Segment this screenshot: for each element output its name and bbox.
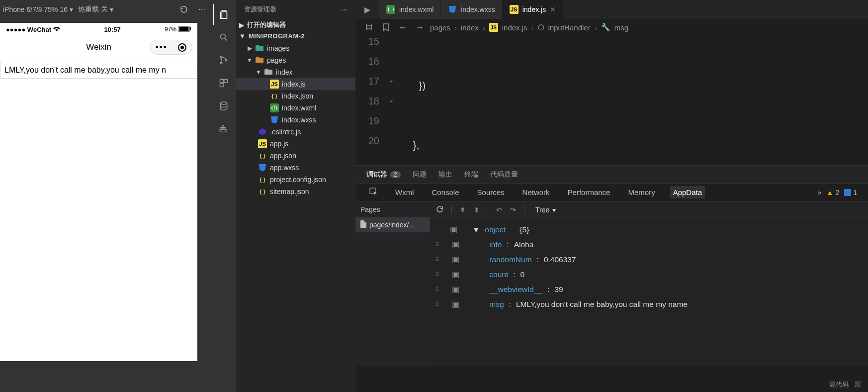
redo-icon[interactable]: ↷ [510, 206, 516, 214]
wxml-file-icon [386, 5, 395, 14]
crumb[interactable]: inputHandler [548, 23, 591, 32]
svg-rect-16 [370, 188, 375, 194]
hotreload-dropdown[interactable]: 热重载 关 ▾ [78, 5, 113, 14]
tree-folder-pages[interactable]: ▼pages [236, 54, 355, 66]
devtab-network[interactable]: Network [520, 186, 553, 198]
json-file-icon: { } [258, 187, 267, 196]
pages-list-item[interactable]: pages/index/... [355, 217, 430, 232]
devtab-sources[interactable]: Sources [474, 186, 508, 198]
tab-js[interactable]: JSindex.js✕ [503, 0, 563, 19]
bookmark-icon[interactable] [379, 21, 392, 34]
wxss-file-icon [258, 163, 267, 172]
file-tree: ▶images ▼pages ▼index JSindex.js { }inde… [236, 41, 355, 198]
tree-file-sitemap[interactable]: { }sitemap.json [236, 186, 355, 197]
tree-file-appwxss[interactable]: app.wxss [236, 162, 355, 174]
editor-tabs: ▶ index.wxml index.wxss JSindex.js✕ [355, 0, 868, 19]
pages-list: Pages pages/index/... [355, 201, 430, 366]
devtab-performance[interactable]: Performance [565, 186, 613, 198]
tree-file-indexwxss[interactable]: index.wxss [236, 114, 355, 126]
overflow-icon[interactable]: » [818, 189, 822, 196]
svg-point-3 [220, 34, 225, 39]
drag-handle-icon[interactable]: ⠿ [435, 286, 440, 293]
compare-icon[interactable] [362, 21, 375, 34]
fold-toggle[interactable]: ⌄ [388, 96, 397, 115]
nav-title: Weixin [86, 42, 111, 52]
panel-tab-quality[interactable]: 代码质量 [490, 170, 518, 179]
appdata-toolbar: ⇞ ⇟ ↶ ↷ Tree▾ [430, 201, 868, 218]
panel-tab-terminal[interactable]: 终端 [464, 170, 478, 179]
info-badge[interactable]: 1 [844, 189, 857, 196]
tree-file-eslintrc[interactable]: .eslintrc.js [236, 126, 355, 138]
drag-handle-icon[interactable]: ⠿ [435, 301, 440, 308]
simulator-column: iPhone 6/7/8 75% 16 ▾ 热重载 关 ▾ ⋯ ●●●●● We… [0, 0, 211, 392]
devtools-tabs: Wxml Console Sources Network Performance… [355, 184, 868, 201]
panel-tab-debugger[interactable]: 调试器2 [366, 170, 401, 179]
tree-file-appjson[interactable]: { }app.json [236, 150, 355, 162]
crumb[interactable]: pages [430, 23, 450, 32]
status-user[interactable]: 宸 [855, 380, 861, 389]
tab-wxss[interactable]: index.wxss [441, 0, 502, 19]
capsule-button[interactable]: ••• [150, 40, 192, 55]
arrow-left-icon[interactable]: ← [396, 21, 409, 34]
tree-file-indexjson[interactable]: { }index.json [236, 90, 355, 102]
fold-column: ⌄ ⌄ [388, 36, 397, 165]
explorer-activity-icon[interactable] [213, 4, 234, 25]
code-editor[interactable]: 151617181920 ⌄ ⌄ }) }, btnTap2(e) { this… [355, 36, 868, 165]
phone-frame: ●●●●● WeChat 10:57 97% Weixin ••• [0, 23, 197, 361]
appdata-tree[interactable]: ▣▼ object {5} ⠿ ▣info : Aloha ⠿ ▣randomN… [430, 218, 868, 366]
drag-handle-icon[interactable]: ⠿ [435, 241, 440, 248]
search-activity-icon[interactable] [213, 27, 234, 48]
refresh-icon[interactable] [177, 3, 190, 16]
status-source[interactable]: 源代码 [829, 380, 849, 389]
fold-toggle[interactable]: ⌄ [388, 76, 397, 96]
git-activity-icon[interactable] [213, 50, 234, 71]
device-label: iPhone 6/7/8 75% 16 [3, 5, 68, 13]
inspect-icon[interactable] [366, 186, 380, 199]
arrow-right-icon[interactable]: → [413, 21, 426, 34]
extensions-activity-icon[interactable] [213, 73, 234, 94]
devtab-memory[interactable]: Memory [625, 186, 658, 198]
drag-handle-icon[interactable]: ⠿ [435, 271, 440, 278]
view-mode-dropdown[interactable]: Tree▾ [535, 206, 556, 214]
panel-tab-problems[interactable]: 问题 [413, 170, 427, 179]
close-icon[interactable]: ✕ [550, 5, 556, 13]
device-dropdown[interactable]: iPhone 6/7/8 75% 16 ▾ [3, 5, 73, 13]
open-editors-section[interactable]: ▶ 打开的编辑器 [236, 19, 355, 31]
tree-file-projcfg[interactable]: { }project.config.json [236, 174, 355, 186]
tree-file-indexwxml[interactable]: index.wxml [236, 102, 355, 114]
tree-folder-images[interactable]: ▶images [236, 42, 355, 54]
js-file-icon: JS [510, 5, 519, 14]
devtab-appdata[interactable]: AppData [670, 186, 705, 198]
refresh-icon[interactable] [436, 205, 443, 214]
folder-icon [264, 68, 273, 77]
panel-tab-output[interactable]: 输出 [438, 170, 452, 179]
docker-activity-icon[interactable] [213, 118, 234, 139]
devtab-wxml[interactable]: Wxml [392, 186, 417, 198]
drag-handle-icon[interactable]: ⠿ [435, 256, 440, 263]
more-icon[interactable]: ⋯ [195, 3, 208, 16]
more-icon[interactable]: ⋯ [341, 6, 347, 13]
project-section[interactable]: ▼ MINIPROGRAM-2 [236, 31, 355, 41]
bottom-panel: 调试器2 问题 输出 终端 代码质量 Wxml Console Sources … [355, 165, 868, 366]
tab-wxml[interactable]: index.wxml [379, 0, 441, 19]
svg-point-10 [220, 102, 227, 104]
expand-up-icon[interactable]: ⇞ [460, 206, 466, 214]
crumb[interactable]: index.js [502, 23, 527, 32]
status-right: 97% [165, 26, 191, 33]
tree-file-appjs[interactable]: JSapp.js [236, 138, 355, 150]
wxss-file-icon [270, 115, 279, 124]
warning-badge[interactable]: ▲2 [827, 189, 840, 196]
page-text-input[interactable] [0, 62, 197, 79]
crumb[interactable]: msg [614, 23, 628, 32]
db-activity-icon[interactable] [213, 96, 234, 116]
tree-file-indexjs[interactable]: JSindex.js [236, 78, 355, 90]
panel-body: Pages pages/index/... ⇞ ⇟ ↶ ↷ Tree▾ [355, 201, 868, 366]
expand-down-icon[interactable]: ⇟ [474, 206, 480, 214]
undo-icon[interactable]: ↶ [496, 206, 502, 214]
run-icon[interactable]: ▶ [355, 0, 379, 19]
crumb[interactable]: index [461, 23, 479, 32]
capsule-close-icon [178, 43, 186, 52]
tree-folder-index[interactable]: ▼index [236, 66, 355, 78]
devtab-console[interactable]: Console [429, 186, 462, 198]
status-bar: 源代码 宸 [829, 380, 861, 389]
